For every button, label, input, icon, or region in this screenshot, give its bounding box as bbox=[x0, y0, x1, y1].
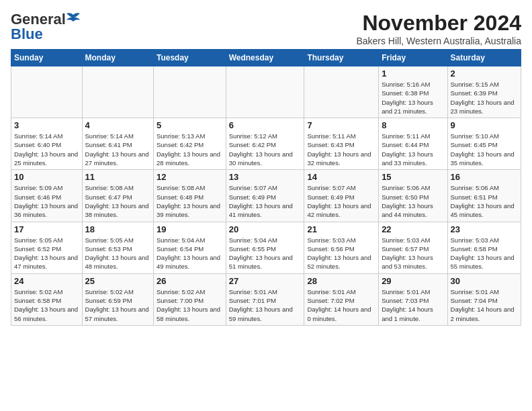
day-number: 7 bbox=[307, 120, 375, 130]
calendar-header-row: SundayMondayTuesdayWednesdayThursdayFrid… bbox=[11, 50, 521, 66]
calendar-cell: 17Sunrise: 5:05 AM Sunset: 6:52 PM Dayli… bbox=[11, 222, 83, 273]
day-number: 28 bbox=[307, 276, 375, 286]
day-number: 20 bbox=[229, 224, 302, 234]
calendar-week-row: 3Sunrise: 5:14 AM Sunset: 6:40 PM Daylig… bbox=[11, 118, 521, 170]
day-number: 22 bbox=[382, 224, 444, 234]
calendar-cell: 19Sunrise: 5:04 AM Sunset: 6:54 PM Dayli… bbox=[154, 222, 226, 273]
calendar-cell: 4Sunrise: 5:14 AM Sunset: 6:41 PM Daylig… bbox=[82, 118, 153, 170]
day-info: Sunrise: 5:11 AM Sunset: 6:43 PM Dayligh… bbox=[307, 132, 375, 167]
day-info: Sunrise: 5:05 AM Sunset: 6:52 PM Dayligh… bbox=[14, 236, 79, 271]
header-friday: Friday bbox=[379, 50, 447, 66]
day-number: 25 bbox=[85, 276, 150, 286]
page-title: November 2024 bbox=[356, 11, 521, 36]
day-number: 26 bbox=[157, 276, 223, 286]
logo: General Blue bbox=[11, 11, 80, 43]
calendar-cell: 12Sunrise: 5:08 AM Sunset: 6:48 PM Dayli… bbox=[154, 170, 226, 222]
calendar-cell: 29Sunrise: 5:01 AM Sunset: 7:03 PM Dayli… bbox=[379, 273, 447, 325]
day-info: Sunrise: 5:11 AM Sunset: 6:44 PM Dayligh… bbox=[382, 132, 444, 167]
calendar-cell bbox=[11, 66, 83, 118]
header-wednesday: Wednesday bbox=[226, 50, 304, 66]
calendar-table: SundayMondayTuesdayWednesdayThursdayFrid… bbox=[11, 49, 521, 326]
day-number: 13 bbox=[229, 172, 302, 182]
day-info: Sunrise: 5:01 AM Sunset: 7:01 PM Dayligh… bbox=[229, 287, 302, 323]
day-info: Sunrise: 5:02 AM Sunset: 6:59 PM Dayligh… bbox=[85, 287, 150, 323]
calendar-cell bbox=[154, 66, 226, 118]
page-header: General Blue November 2024 Bakers Hill, … bbox=[11, 11, 521, 46]
logo-bird-icon bbox=[66, 12, 80, 23]
calendar-cell bbox=[304, 66, 379, 118]
day-info: Sunrise: 5:06 AM Sunset: 6:50 PM Dayligh… bbox=[382, 183, 444, 219]
calendar-week-row: 10Sunrise: 5:09 AM Sunset: 6:46 PM Dayli… bbox=[11, 170, 521, 222]
day-number: 8 bbox=[382, 120, 444, 130]
day-number: 10 bbox=[14, 172, 79, 182]
day-info: Sunrise: 5:03 AM Sunset: 6:57 PM Dayligh… bbox=[382, 236, 444, 271]
day-number: 16 bbox=[451, 172, 518, 182]
day-number: 19 bbox=[157, 224, 223, 234]
calendar-cell: 13Sunrise: 5:07 AM Sunset: 6:49 PM Dayli… bbox=[226, 170, 304, 222]
calendar-cell: 14Sunrise: 5:07 AM Sunset: 6:49 PM Dayli… bbox=[304, 170, 379, 222]
day-number: 2 bbox=[451, 68, 518, 79]
day-number: 5 bbox=[157, 120, 223, 130]
calendar-cell: 18Sunrise: 5:05 AM Sunset: 6:53 PM Dayli… bbox=[82, 222, 153, 273]
day-number: 11 bbox=[85, 172, 150, 182]
day-number: 21 bbox=[307, 224, 375, 234]
day-info: Sunrise: 5:01 AM Sunset: 7:04 PM Dayligh… bbox=[451, 287, 518, 323]
calendar-cell: 2Sunrise: 5:15 AM Sunset: 6:39 PM Daylig… bbox=[447, 66, 521, 118]
day-info: Sunrise: 5:02 AM Sunset: 6:58 PM Dayligh… bbox=[14, 287, 79, 323]
day-info: Sunrise: 5:03 AM Sunset: 6:56 PM Dayligh… bbox=[307, 236, 375, 271]
day-info: Sunrise: 5:05 AM Sunset: 6:53 PM Dayligh… bbox=[85, 236, 150, 271]
day-info: Sunrise: 5:01 AM Sunset: 7:03 PM Dayligh… bbox=[382, 287, 444, 323]
day-info: Sunrise: 5:08 AM Sunset: 6:48 PM Dayligh… bbox=[157, 183, 223, 219]
header-monday: Monday bbox=[82, 50, 153, 66]
day-info: Sunrise: 5:01 AM Sunset: 7:02 PM Dayligh… bbox=[307, 287, 375, 323]
day-number: 18 bbox=[85, 224, 150, 234]
day-info: Sunrise: 5:10 AM Sunset: 6:45 PM Dayligh… bbox=[451, 132, 518, 167]
header-thursday: Thursday bbox=[304, 50, 379, 66]
day-info: Sunrise: 5:16 AM Sunset: 6:38 PM Dayligh… bbox=[382, 80, 444, 116]
day-number: 27 bbox=[229, 276, 302, 286]
day-number: 9 bbox=[451, 120, 518, 130]
calendar-cell: 21Sunrise: 5:03 AM Sunset: 6:56 PM Dayli… bbox=[304, 222, 379, 273]
day-number: 23 bbox=[451, 224, 518, 234]
day-info: Sunrise: 5:08 AM Sunset: 6:47 PM Dayligh… bbox=[85, 183, 150, 219]
header-saturday: Saturday bbox=[447, 50, 521, 66]
day-number: 30 bbox=[451, 276, 518, 286]
day-info: Sunrise: 5:06 AM Sunset: 6:51 PM Dayligh… bbox=[451, 183, 518, 219]
calendar-cell: 28Sunrise: 5:01 AM Sunset: 7:02 PM Dayli… bbox=[304, 273, 379, 325]
calendar-cell: 7Sunrise: 5:11 AM Sunset: 6:43 PM Daylig… bbox=[304, 118, 379, 170]
day-info: Sunrise: 5:14 AM Sunset: 6:40 PM Dayligh… bbox=[14, 132, 79, 167]
day-info: Sunrise: 5:14 AM Sunset: 6:41 PM Dayligh… bbox=[85, 132, 150, 167]
calendar-week-row: 24Sunrise: 5:02 AM Sunset: 6:58 PM Dayli… bbox=[11, 273, 521, 325]
day-number: 3 bbox=[14, 120, 79, 130]
day-number: 15 bbox=[382, 172, 444, 182]
day-info: Sunrise: 5:03 AM Sunset: 6:58 PM Dayligh… bbox=[451, 236, 518, 271]
calendar-week-row: 17Sunrise: 5:05 AM Sunset: 6:52 PM Dayli… bbox=[11, 222, 521, 273]
day-info: Sunrise: 5:02 AM Sunset: 7:00 PM Dayligh… bbox=[157, 287, 223, 323]
day-info: Sunrise: 5:04 AM Sunset: 6:55 PM Dayligh… bbox=[229, 236, 302, 271]
day-info: Sunrise: 5:04 AM Sunset: 6:54 PM Dayligh… bbox=[157, 236, 223, 271]
day-number: 29 bbox=[382, 276, 444, 286]
calendar-cell: 6Sunrise: 5:12 AM Sunset: 6:42 PM Daylig… bbox=[226, 118, 304, 170]
day-number: 12 bbox=[157, 172, 223, 182]
calendar-cell: 11Sunrise: 5:08 AM Sunset: 6:47 PM Dayli… bbox=[82, 170, 153, 222]
day-number: 4 bbox=[85, 120, 150, 130]
calendar-cell: 1Sunrise: 5:16 AM Sunset: 6:38 PM Daylig… bbox=[379, 66, 447, 118]
day-number: 6 bbox=[229, 120, 302, 130]
day-info: Sunrise: 5:07 AM Sunset: 6:49 PM Dayligh… bbox=[229, 183, 302, 219]
day-number: 14 bbox=[307, 172, 375, 182]
calendar-cell bbox=[82, 66, 153, 118]
calendar-cell: 3Sunrise: 5:14 AM Sunset: 6:40 PM Daylig… bbox=[11, 118, 83, 170]
day-number: 17 bbox=[14, 224, 79, 234]
day-info: Sunrise: 5:12 AM Sunset: 6:42 PM Dayligh… bbox=[229, 132, 302, 167]
day-number: 24 bbox=[14, 276, 79, 286]
calendar-cell: 9Sunrise: 5:10 AM Sunset: 6:45 PM Daylig… bbox=[447, 118, 521, 170]
calendar-cell: 10Sunrise: 5:09 AM Sunset: 6:46 PM Dayli… bbox=[11, 170, 83, 222]
calendar-cell: 22Sunrise: 5:03 AM Sunset: 6:57 PM Dayli… bbox=[379, 222, 447, 273]
calendar-cell: 5Sunrise: 5:13 AM Sunset: 6:42 PM Daylig… bbox=[154, 118, 226, 170]
day-info: Sunrise: 5:13 AM Sunset: 6:42 PM Dayligh… bbox=[157, 132, 223, 167]
calendar-cell: 16Sunrise: 5:06 AM Sunset: 6:51 PM Dayli… bbox=[447, 170, 521, 222]
calendar-cell: 24Sunrise: 5:02 AM Sunset: 6:58 PM Dayli… bbox=[11, 273, 83, 325]
page-subtitle: Bakers Hill, Western Australia, Australi… bbox=[356, 36, 521, 46]
calendar-cell: 15Sunrise: 5:06 AM Sunset: 6:50 PM Dayli… bbox=[379, 170, 447, 222]
calendar-cell: 20Sunrise: 5:04 AM Sunset: 6:55 PM Dayli… bbox=[226, 222, 304, 273]
